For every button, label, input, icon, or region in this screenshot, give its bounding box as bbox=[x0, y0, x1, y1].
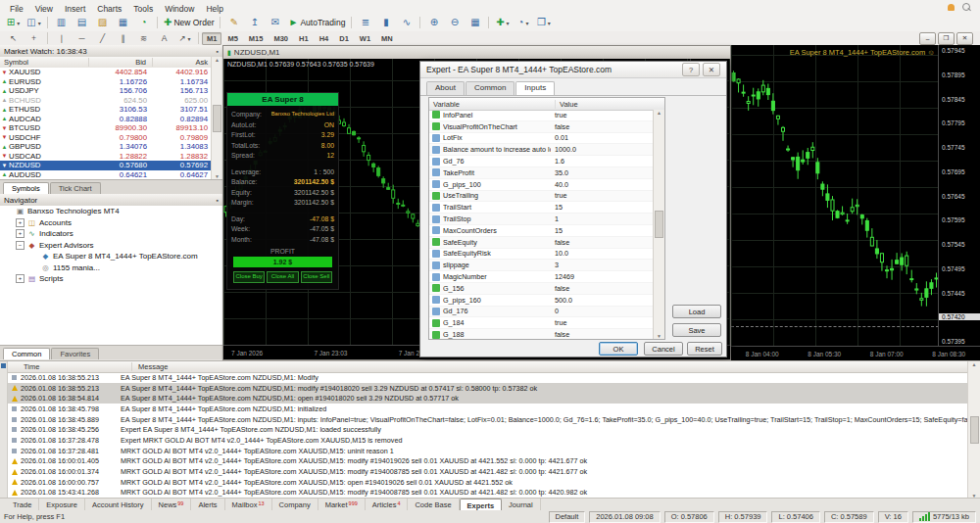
nav-tree-item[interactable]: ◎ 1155 mania... bbox=[0, 262, 222, 274]
market-watch-row[interactable]: ▲ GBPUSD 1.34076 1.34083 bbox=[0, 142, 212, 152]
time-scale[interactable]: 8 Jan 04:008 Jan 05:308 Jan 07:008 Jan 0… bbox=[731, 346, 980, 360]
chat-icon[interactable]: ✉ bbox=[265, 15, 285, 31]
input-variable-value[interactable]: 0.01 bbox=[551, 133, 654, 142]
log-row[interactable]: 2026.01.08 16:38:55.213 EA Super 8 MT4_1… bbox=[8, 372, 968, 383]
market-watch-row[interactable]: ▼ BTCUSD 89900.30 89913.10 bbox=[0, 123, 212, 133]
metaeditor-icon[interactable]: ✎ bbox=[223, 15, 244, 31]
ea-close-button[interactable]: Close Buy bbox=[233, 271, 265, 283]
input-variable-value[interactable]: false bbox=[551, 238, 654, 247]
log-row[interactable]: 2026.01.08 16:37:28.481 MRKT GOLD AI BOT… bbox=[8, 446, 968, 456]
line-chart-icon[interactable]: ∿ bbox=[396, 15, 416, 31]
market-watch-tab[interactable]: Tick Chart bbox=[50, 182, 101, 194]
scroll-thumb[interactable] bbox=[970, 416, 979, 444]
input-variable-value[interactable]: 12469 bbox=[551, 272, 654, 281]
market-watch-scrollbar[interactable]: ▲ ▼ bbox=[211, 57, 222, 179]
input-variable-value[interactable]: true bbox=[551, 191, 654, 200]
tree-expander-icon[interactable]: − bbox=[16, 241, 24, 250]
market-watch-row[interactable]: ▲ AUDCAD 0.82888 0.82894 bbox=[0, 115, 212, 124]
indicators-icon[interactable]: ✚ ▾ bbox=[492, 15, 513, 31]
market-watch-icon[interactable]: ▥ bbox=[51, 15, 72, 31]
nav-tree-item[interactable]: + ∿ Indicators bbox=[0, 228, 222, 240]
crosshair-icon[interactable]: + bbox=[24, 31, 44, 45]
scroll-up-icon[interactable]: ▲ bbox=[657, 110, 662, 116]
dialog-tab[interactable]: About bbox=[426, 81, 465, 95]
scroll-thumb[interactable] bbox=[213, 105, 221, 132]
input-row[interactable]: InfoPanel true bbox=[429, 110, 654, 121]
input-variable-value[interactable]: 40.0 bbox=[551, 180, 654, 189]
input-row[interactable]: LotFix 0.01 bbox=[429, 133, 654, 145]
ok-button[interactable]: OK bbox=[599, 342, 638, 356]
reset-button[interactable]: Reset bbox=[687, 342, 722, 356]
log-row[interactable]: 2026.01.08 16:38:45.798 EA Super 8 MT4_1… bbox=[8, 404, 968, 414]
channel-icon[interactable]: ∥ bbox=[113, 31, 133, 45]
timeframe-button[interactable]: M5 bbox=[222, 32, 242, 45]
input-variable-value[interactable]: 0 bbox=[551, 307, 654, 315]
tree-expander-icon[interactable]: + bbox=[16, 274, 24, 283]
tree-expander-icon[interactable]: + bbox=[16, 229, 24, 238]
vertical-line-icon[interactable]: ∣ bbox=[51, 31, 72, 45]
input-variable-value[interactable]: 15 bbox=[551, 226, 654, 235]
input-row[interactable]: G_188 false bbox=[429, 329, 654, 339]
candlestick-chart-icon[interactable]: ▮ bbox=[375, 15, 396, 31]
chart-window-titlebar[interactable]: ▮ NZDUSD,M1 bbox=[223, 46, 730, 60]
terminal-icon[interactable]: ▦ bbox=[113, 15, 133, 31]
log-row[interactable]: 2026.01.08 16:38:54.814 EA Super 8 MT4_1… bbox=[8, 393, 968, 404]
cursor-icon[interactable]: ↖ bbox=[3, 31, 24, 45]
input-variable-value[interactable]: 15 bbox=[551, 203, 654, 212]
input-variable-value[interactable]: 35.0 bbox=[551, 168, 654, 177]
zoom-out-icon[interactable]: ⊖ bbox=[444, 15, 465, 31]
mdi-close-button[interactable]: ✕ bbox=[956, 32, 973, 45]
market-watch-tab[interactable]: Symbols bbox=[3, 182, 49, 194]
market-watch-row[interactable]: ▼ NZDUSD 0.57680 0.57692 bbox=[0, 161, 212, 170]
dialog-titlebar[interactable]: Expert - EA Super 8 MT4_1444+ TopEAStore… bbox=[420, 62, 726, 78]
horizontal-line-icon[interactable]: ─ bbox=[72, 31, 92, 45]
input-row[interactable]: Balance amount to increase auto lot size… bbox=[429, 144, 654, 156]
timeframe-button[interactable]: W1 bbox=[355, 32, 375, 45]
publish-icon[interactable]: ↥ bbox=[244, 15, 265, 31]
input-row[interactable]: SafeEquity false bbox=[429, 237, 654, 249]
market-watch-row[interactable]: ▲ AUDUSD 0.64621 0.64627 bbox=[0, 170, 212, 180]
timeframe-button[interactable]: M30 bbox=[269, 32, 293, 45]
market-watch-row[interactable]: ▼ XAUUSD 4402.854 4402.916 bbox=[0, 68, 212, 77]
bars-chart-icon[interactable]: ≣ bbox=[355, 15, 375, 31]
data-window-icon[interactable]: ▤ bbox=[72, 15, 92, 31]
input-row[interactable]: MaxCountOrders 15 bbox=[429, 225, 654, 237]
input-row[interactable]: TrailStart 15 bbox=[429, 202, 654, 214]
log-row[interactable]: 2026.01.08 16:00:00.757 MRKT GOLD AI BOT… bbox=[8, 477, 968, 488]
dialog-close-button[interactable]: ✕ bbox=[703, 63, 720, 76]
strategy-tester-icon[interactable]: ◔ bbox=[133, 15, 154, 31]
input-row[interactable]: G_pips_160 500.0 bbox=[429, 295, 654, 307]
cancel-button[interactable]: Cancel bbox=[644, 342, 683, 356]
navigator-tab[interactable]: Favorites bbox=[51, 348, 99, 359]
input-row[interactable]: G_pips_100 40.0 bbox=[429, 179, 654, 191]
trendline-icon[interactable]: ╱ bbox=[92, 31, 113, 45]
log-row[interactable]: 2026.01.08 16:38:45.256 Expert EA Super … bbox=[8, 424, 968, 435]
navigator-icon[interactable]: ▨ bbox=[92, 15, 113, 31]
market-watch-row[interactable]: ▼ USDCHF 0.79800 0.79809 bbox=[0, 133, 212, 143]
input-row[interactable]: slippage 3 bbox=[429, 260, 654, 271]
market-watch-row[interactable]: ▲ EURUSD 1.16726 1.16734 bbox=[0, 77, 212, 87]
input-row[interactable]: UseTrailing true bbox=[429, 191, 654, 203]
input-row[interactable]: VisualProfitOnTheChart false bbox=[429, 121, 654, 133]
tree-expander-icon[interactable]: + bbox=[16, 218, 24, 227]
load-button[interactable]: Load bbox=[672, 305, 721, 318]
save-button[interactable]: Save bbox=[672, 323, 721, 337]
log-row[interactable]: 2026.01.08 16:37:28.478 Expert MRKT GOLD… bbox=[8, 435, 968, 446]
input-variable-value[interactable]: false bbox=[551, 330, 654, 339]
input-variable-value[interactable]: true bbox=[551, 111, 654, 119]
navigator-tab[interactable]: Common bbox=[3, 348, 50, 359]
log-scrollbar[interactable]: ▲ ▼ bbox=[967, 361, 980, 499]
arrows-tool-icon[interactable]: ↗ ▾ bbox=[174, 31, 195, 45]
panel-menu-icon[interactable]: ▪ bbox=[217, 197, 219, 204]
input-row[interactable]: TrailStop 1 bbox=[429, 214, 654, 225]
input-variable-value[interactable]: 10.0 bbox=[551, 249, 654, 258]
log-row[interactable]: 2026.01.08 16:00:01.405 MRKT GOLD AI BOT… bbox=[8, 456, 968, 467]
templates-icon[interactable]: ❐ ▾ bbox=[533, 15, 554, 31]
input-row[interactable]: G_184 true bbox=[429, 317, 654, 329]
input-variable-value[interactable]: false bbox=[551, 284, 654, 293]
market-watch-row[interactable]: ▲ BCHUSD 624.50 625.00 bbox=[0, 96, 212, 106]
ea-close-button[interactable]: Close All bbox=[267, 271, 298, 283]
timeframe-button[interactable]: H4 bbox=[315, 32, 334, 45]
chart-plot-area[interactable] bbox=[731, 45, 939, 347]
log-row[interactable]: 2026.01.08 16:00:01.374 MRKT GOLD AI BOT… bbox=[8, 466, 968, 477]
